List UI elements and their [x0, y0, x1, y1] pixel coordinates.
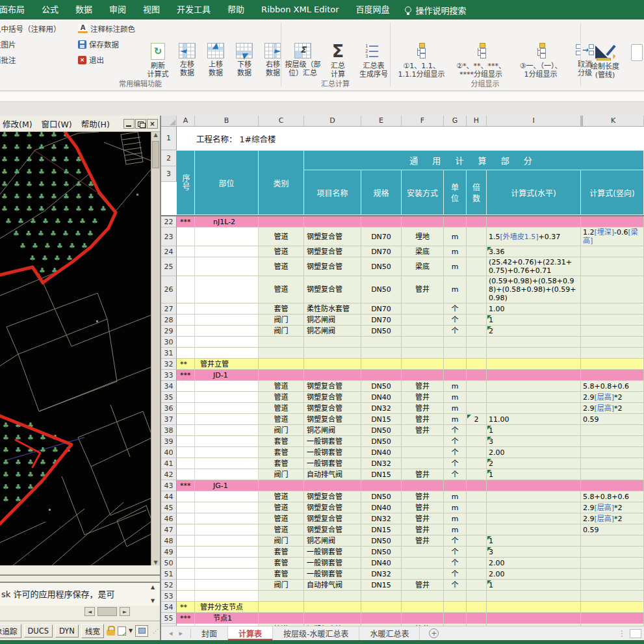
cell-D34[interactable]: 钢塑复合管	[304, 381, 361, 392]
cad-vertical-scrollbar[interactable]: ▲ ▼	[151, 132, 160, 565]
cell-I46[interactable]	[487, 513, 581, 524]
cell-I37[interactable]: 11.00	[487, 414, 581, 425]
cell-G25[interactable]: m	[444, 257, 467, 276]
cell-A49[interactable]	[177, 547, 195, 558]
cell-B35[interactable]	[195, 392, 259, 403]
cell-D52[interactable]: 自动排气阀	[304, 580, 361, 591]
command-splitter[interactable]	[0, 574, 161, 576]
cell-E51[interactable]: DN32	[361, 569, 402, 580]
col-header-H[interactable]: H	[467, 116, 487, 126]
cell-C45[interactable]: 管道	[259, 502, 304, 513]
ribbon-tab-layout[interactable]: 面布局	[0, 0, 33, 19]
cell-B41[interactable]	[195, 458, 259, 469]
header-spec[interactable]: 规格	[361, 170, 402, 215]
cell-K33[interactable]	[581, 370, 644, 381]
cell-B49[interactable]	[195, 547, 259, 558]
row-number-32[interactable]: 32	[161, 359, 177, 370]
cell-H44[interactable]	[467, 491, 487, 502]
col-header-F[interactable]: F	[402, 116, 444, 126]
row-number-23[interactable]: 23	[161, 227, 177, 246]
cell-E45[interactable]: DN40	[361, 502, 402, 513]
save-data-button[interactable]: 保存数据	[78, 39, 135, 49]
cell-D41[interactable]: 一般钢套管	[304, 458, 361, 469]
cell-I50[interactable]: 2.00	[487, 558, 581, 569]
sheet-tab-1[interactable]: 封面	[191, 626, 228, 640]
row-number-48[interactable]: 48	[161, 535, 177, 547]
scroll-thumb[interactable]	[97, 607, 117, 616]
cell-G23[interactable]: m	[444, 227, 467, 246]
cell-D30[interactable]	[304, 337, 361, 348]
ducs-toggle[interactable]: DUCS	[24, 625, 53, 638]
cell-A51[interactable]	[177, 569, 195, 580]
cell-I28[interactable]: 1	[487, 315, 581, 326]
cell-H27[interactable]	[467, 303, 487, 315]
cell-K47[interactable]: 0.59	[581, 524, 644, 535]
insert-bracket-button[interactable]: 入中括号（注释用）	[0, 23, 61, 34]
cell-I52[interactable]: 1	[487, 580, 581, 591]
cell-I30[interactable]	[487, 337, 581, 348]
cell-F47[interactable]: 管井	[402, 524, 444, 535]
cell-A33[interactable]: ***	[177, 370, 195, 381]
cell-E32[interactable]	[361, 359, 402, 370]
cell-D51[interactable]: 一般钢套管	[304, 569, 361, 580]
cell-I47[interactable]	[487, 524, 581, 535]
cell-H24[interactable]	[467, 246, 487, 257]
cell-H40[interactable]	[467, 447, 487, 458]
cell-H22[interactable]	[467, 216, 487, 227]
cell-C34[interactable]: 管道	[259, 381, 304, 392]
close-button[interactable]: ×	[147, 119, 158, 129]
lineweight-toggle[interactable]: 线宽	[81, 624, 104, 638]
cell-D25[interactable]: 钢塑复合管	[304, 257, 361, 276]
col-header-B[interactable]: B	[195, 116, 259, 126]
cell-D36[interactable]: 钢塑复合管	[304, 403, 361, 414]
cell-B39[interactable]	[195, 436, 259, 447]
header-category[interactable]: 类别	[259, 151, 304, 215]
command-horizontal-scrollbar[interactable]: ◄ ►	[84, 607, 143, 616]
cell-E50[interactable]: DN40	[361, 558, 402, 569]
cell-C36[interactable]: 管道	[259, 403, 304, 414]
cell-F54[interactable]	[402, 602, 444, 613]
cell-F55[interactable]	[402, 613, 444, 624]
cell-E23[interactable]: DN70	[361, 227, 402, 246]
ribbon-tab-baidu-netdisk[interactable]: 百度网盘	[348, 0, 398, 19]
cell-C29[interactable]: 阀门	[259, 326, 304, 337]
cell-G55[interactable]	[444, 613, 467, 624]
cell-I35[interactable]	[487, 392, 581, 403]
cell-K26[interactable]	[581, 276, 644, 303]
cell-H48[interactable]	[467, 535, 487, 547]
cell-F46[interactable]: 管井	[402, 513, 444, 524]
cell-B52[interactable]	[195, 580, 259, 591]
cell-A35[interactable]	[177, 392, 195, 403]
cell-A45[interactable]	[177, 502, 195, 513]
cell-K55[interactable]	[581, 613, 644, 624]
cell-H26[interactable]	[467, 276, 487, 303]
cell-F22[interactable]	[402, 216, 444, 227]
cell-C42[interactable]: 阀门	[259, 469, 304, 480]
cell-I34[interactable]	[487, 381, 581, 392]
cell-B46[interactable]	[195, 513, 259, 524]
cell-K23[interactable]: 1.2[埋深]-0.6[梁高]	[581, 227, 644, 246]
cell-G37[interactable]: m	[444, 414, 467, 425]
cell-K34[interactable]: 5.8+0.8+0.6	[581, 381, 644, 392]
cell-C26[interactable]: 管道	[259, 276, 304, 303]
cell-E28[interactable]: DN70	[361, 315, 402, 326]
cell-K44[interactable]: 5.8+0.8+0.6	[581, 491, 644, 502]
project-title-cell[interactable]: 工程名称： 1#综合楼	[177, 127, 644, 150]
trusted-doc-icon[interactable]	[118, 626, 126, 636]
header-band-general-calc[interactable]: 通 用 计 算 部 分	[304, 151, 644, 170]
cell-G45[interactable]: m	[444, 502, 467, 513]
cell-K38[interactable]	[581, 425, 644, 436]
cell-K48[interactable]	[581, 535, 644, 547]
header-seq[interactable]: 序号	[177, 151, 195, 215]
cell-A40[interactable]	[177, 447, 195, 458]
scroll-right-icon[interactable]: ►	[120, 607, 130, 616]
cell-G29[interactable]: 个	[444, 326, 467, 337]
more-dots-icon[interactable]: ⋮	[618, 629, 626, 638]
header-part[interactable]: 部位	[195, 151, 259, 215]
cell-K35[interactable]: 2.9[层高]*2	[581, 392, 644, 403]
cell-F30[interactable]	[402, 337, 444, 348]
cell-F50[interactable]	[402, 558, 444, 569]
cell-E48[interactable]: DN50	[361, 535, 402, 547]
cell-K22[interactable]	[581, 216, 644, 227]
cell-F36[interactable]: 管井	[402, 403, 444, 414]
